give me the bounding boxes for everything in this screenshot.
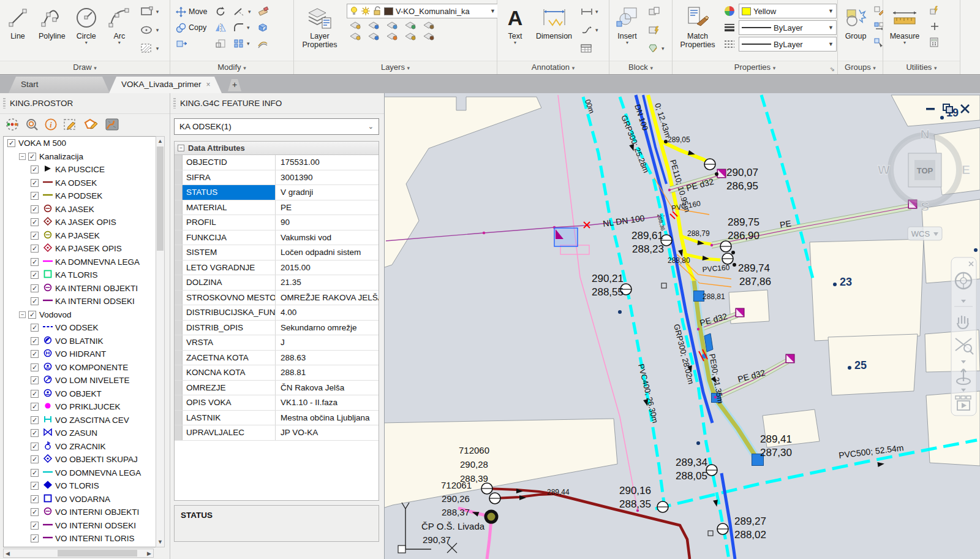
tree-checkbox[interactable]: ✓ — [31, 245, 39, 253]
tree-checkbox[interactable]: ✓ — [28, 311, 36, 319]
data-attributes-header[interactable]: − Data Attributes — [175, 142, 379, 155]
insert-button[interactable]: Insert ▾ — [613, 2, 641, 47]
rotate-button[interactable] — [213, 4, 232, 20]
attribute-row-distrib-opis[interactable]: DISTRIB_OPISSekundarno omrežje — [175, 321, 379, 336]
layer-tool-icon[interactable] — [386, 20, 398, 29]
erase-button[interactable] — [255, 4, 276, 20]
tree-horizontal-scrollbar[interactable]: ◀▶ — [3, 549, 154, 558]
tree-checkbox[interactable]: ✓ — [7, 139, 15, 147]
tree-item-ka-puscice[interactable]: ✓KA PUSCICE — [4, 163, 164, 177]
tree-checkbox[interactable]: ✓ — [31, 179, 39, 187]
feature-combo-arrow[interactable]: ⌄ — [368, 123, 374, 131]
layer-tool-icon[interactable] — [404, 31, 417, 40]
layer-tool-icon[interactable] — [368, 31, 380, 40]
feature-info-title[interactable]: KING.G4C FEATURE INFO — [170, 93, 384, 114]
circle-dropdown-arrow[interactable]: ▾ — [85, 40, 88, 45]
tree-item-vo-objekt[interactable]: ✓VO OBJEKT — [4, 387, 164, 401]
id-point-button[interactable] — [927, 18, 943, 34]
mirror-button[interactable] — [213, 20, 232, 36]
tree-checkbox[interactable]: ✓ — [31, 376, 39, 384]
properties-panel-launcher[interactable]: ⇘ — [830, 63, 835, 75]
attribute-row-material[interactable]: MATERIALPE — [175, 200, 379, 216]
tree-item-ka-pjasek-opis[interactable]: ✓KA PJASEK OPIS — [4, 242, 164, 256]
tree-item-vo-zascitna-cev[interactable]: ✓VO ZASCITNA CEV — [4, 414, 164, 427]
panel-label-layers[interactable]: Layers ▾ — [294, 61, 497, 74]
lineweight-combobox[interactable]: ByLayer ▼ — [739, 20, 837, 35]
tree-item-vo-zracnik[interactable]: ✓VO ZRACNIK — [4, 440, 164, 454]
layer-tool-icon[interactable] — [404, 20, 417, 29]
tree-checkbox[interactable]: ✓ — [31, 232, 39, 240]
explode-button[interactable] — [255, 20, 276, 36]
attribute-row-zacetna-kota[interactable]: ZACETNA KOTA288.63 — [175, 351, 379, 366]
network-icon[interactable] — [5, 118, 20, 131]
tab-drawing[interactable]: VOKA_Livada_primer× — [109, 77, 222, 93]
search-icon[interactable] — [25, 118, 39, 131]
tree-checkbox[interactable]: ✓ — [31, 429, 39, 437]
tree-checkbox[interactable]: ✓ — [31, 284, 39, 292]
tree-item-ka-pjasek[interactable]: ✓KA PJASEK — [4, 229, 164, 243]
attribute-row-opis-voka[interactable]: OPIS VOKAVK1.10 - II.faza — [175, 395, 379, 411]
layer-tool-icon[interactable] — [368, 20, 380, 29]
tree-checkbox[interactable]: ✓ — [31, 363, 39, 371]
tree-item-vodovod[interactable]: −✓Vodovod — [4, 308, 164, 322]
map-selection-rect[interactable] — [554, 228, 578, 246]
tree-checkbox[interactable]: ✓ — [31, 337, 39, 345]
rectangle-tool-button[interactable]: ▾ — [138, 2, 165, 21]
tree-checkbox[interactable]: ✓ — [31, 350, 39, 358]
attribute-row-koncna-kota[interactable]: KONCNA KOTA288.81 — [175, 365, 379, 381]
edit-tag-icon[interactable] — [83, 118, 99, 131]
layer-properties-button[interactable]: Layer Properties — [298, 2, 342, 50]
tree-checkbox[interactable]: ✓ — [31, 258, 39, 266]
ellipse-tool-button[interactable]: ▾ — [138, 21, 165, 39]
tree-checkbox[interactable]: ✓ — [31, 455, 39, 463]
collapse-icon[interactable]: − — [178, 145, 184, 151]
tree-item-ka-domnevna-lega[interactable]: ✓KA DOMNEVNA LEGA — [4, 256, 164, 269]
tree-item-vo-objekti-skupaj[interactable]: ✓VO OBJEKTI SKUPAJ — [4, 453, 164, 466]
tree-item-ka-odsek[interactable]: ✓KA ODSEK — [4, 177, 164, 190]
quick-select-button[interactable] — [927, 2, 943, 18]
tree-item-vo-tloris[interactable]: ✓VO TLORIS — [4, 479, 164, 493]
tree-checkbox[interactable]: ✓ — [31, 218, 39, 226]
measure-button[interactable]: Measure ▾ — [887, 2, 922, 47]
tree-checkbox[interactable]: ✓ — [31, 165, 39, 173]
panel-label-modify[interactable]: Modify ▾ — [170, 61, 293, 74]
line-button[interactable]: Line — [4, 2, 32, 42]
tab-start[interactable]: Start — [9, 77, 110, 93]
tree-item-vo-lom-nivelete[interactable]: ✓VO LOM NIVELETE — [4, 374, 164, 387]
stretch-button[interactable] — [174, 36, 213, 51]
tree-item-ka-interni-odseki[interactable]: ✓KA INTERNI ODSEKI — [4, 295, 164, 308]
create-block-button[interactable] — [646, 2, 669, 21]
attribute-row-status[interactable]: STATUSV gradnji — [175, 185, 379, 200]
tree-item-vo-vodarna[interactable]: ✓VO VODARNA — [4, 493, 164, 506]
scale-button[interactable] — [213, 36, 232, 51]
edit-selection-icon[interactable] — [63, 118, 78, 131]
tree-checkbox[interactable]: ✓ — [31, 469, 39, 477]
map-icon[interactable] — [105, 118, 119, 131]
text-button[interactable]: A Text ▾ — [501, 2, 529, 47]
dimension-button[interactable]: Dimension — [534, 2, 574, 42]
tree-checkbox[interactable]: ✓ — [31, 192, 39, 200]
tree-checkbox[interactable]: ✓ — [31, 522, 39, 530]
tree-checkbox[interactable]: ✓ — [31, 534, 39, 542]
tree-checkbox[interactable]: ✓ — [31, 482, 39, 490]
linear-dimension-button[interactable]: ▾ — [579, 2, 603, 21]
offset-button[interactable] — [255, 36, 276, 51]
tree-checkbox[interactable]: ✓ — [31, 495, 39, 503]
layer-tool-icon[interactable] — [423, 31, 435, 40]
quick-calc-button[interactable] — [927, 34, 943, 50]
panel-label-draw[interactable]: Draw ▾ — [0, 61, 170, 74]
tree-checkbox[interactable]: ✓ — [31, 324, 39, 332]
attribute-row-upravljalec[interactable]: UPRAVLJALECJP VO-KA — [175, 425, 379, 441]
tree-item-ka-jasek[interactable]: ✓KA JASEK — [4, 203, 164, 216]
tree-item-vo-interni-odseki[interactable]: ✓VO INTERNI ODSEKI — [4, 519, 164, 533]
polyline-button[interactable]: Polyline — [37, 2, 67, 42]
attribute-row-stroskovno-mesto[interactable]: STROSKOVNO MESTOOMREŽJE RAKOVA JELŠA — [175, 291, 379, 306]
panel-label-properties[interactable]: Properties ▾⇘ — [673, 61, 837, 74]
attribute-row-distribucijska-funkc[interactable]: DISTRIBUCIJSKA_FUNKC4.00 — [175, 305, 379, 321]
tree-item-vo-interni-tloris[interactable]: ✓VO INTERNI TLORIS — [4, 532, 164, 546]
map-viewport[interactable]: GRP300; 25.28mDN 1000; 12.43m00m289,05PE… — [385, 93, 980, 559]
attribute-row-dolzina[interactable]: DOLZINA21.35 — [175, 275, 379, 291]
tree-item-ka-jasek-opis[interactable]: ✓KA JASEK OPIS — [4, 216, 164, 229]
tab-close-icon[interactable]: × — [206, 80, 211, 89]
tree-checkbox[interactable]: ✓ — [28, 153, 36, 161]
